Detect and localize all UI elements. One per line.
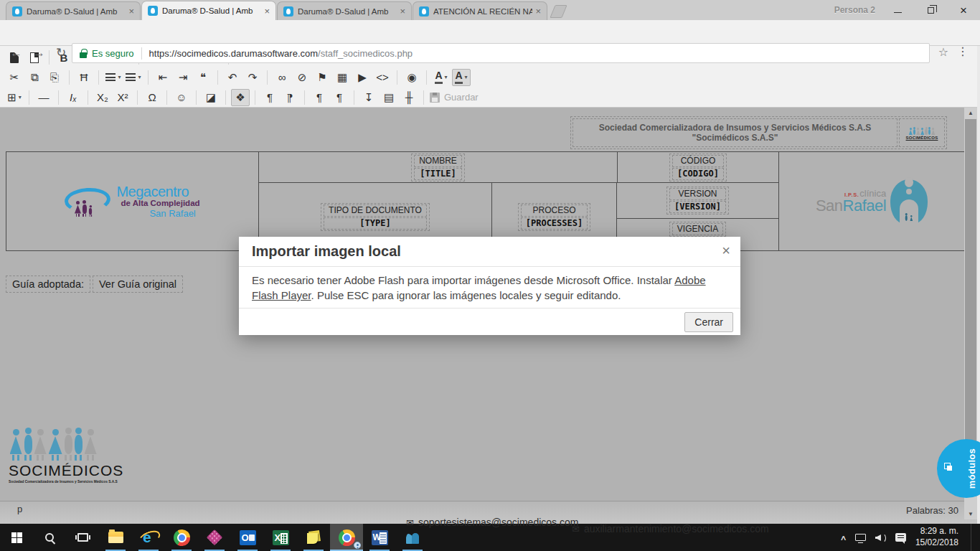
- tipo-documento-field[interactable]: TIPO DE DOCUMENTO [TYPE]: [321, 203, 430, 231]
- proceso-field[interactable]: PROCESO [PROCESSES]: [518, 203, 590, 231]
- nonbreaking-space-button[interactable]: ◪: [202, 89, 220, 106]
- ver-guia-original-link[interactable]: Ver Guía original: [93, 276, 183, 293]
- type-placeholder[interactable]: [TYPE]: [324, 217, 427, 230]
- internet-explorer[interactable]: [132, 524, 165, 551]
- superscript-button[interactable]: X²: [113, 89, 132, 106]
- back-button[interactable]: ←: [10, 47, 22, 59]
- browser-profile-label[interactable]: Persona 2: [834, 5, 875, 15]
- notifications-icon[interactable]: [895, 533, 906, 542]
- megacentro-logo-cell[interactable]: Megacentro de Alta Complejidad San Rafae…: [6, 152, 259, 250]
- numbered-list-button[interactable]: ▾: [124, 69, 143, 86]
- fullscreen-button[interactable]: ❖: [231, 89, 250, 106]
- browser-tab-4[interactable]: ATENCIÓN AL RECIÉN NA×: [413, 1, 547, 20]
- browser-tab-3[interactable]: Daruma® D-Salud | Amb×: [277, 1, 412, 20]
- title-placeholder[interactable]: [TITLE]: [414, 168, 462, 180]
- search-button[interactable]: [33, 524, 66, 551]
- anchor-button[interactable]: ⚑: [313, 69, 331, 86]
- outdent-button[interactable]: ⇤: [154, 69, 172, 86]
- taskbar-clock[interactable]: 8:29 a. m. 15/02/2018: [915, 526, 958, 548]
- show-desktop-button[interactable]: [971, 524, 974, 551]
- bullet-list-button[interactable]: ▾: [104, 69, 123, 86]
- tab-close-icon[interactable]: ×: [535, 6, 541, 16]
- find-replace-button[interactable]: Ħ: [75, 69, 93, 86]
- scroll-down-icon[interactable]: ▼: [964, 509, 977, 519]
- cerrar-button[interactable]: Cerrar: [684, 312, 733, 332]
- chrome[interactable]: [165, 524, 198, 551]
- version-field[interactable]: VERSION [VERSION]: [666, 187, 729, 215]
- sticky-notes[interactable]: [297, 524, 330, 551]
- copy-button[interactable]: ⧉: [25, 69, 44, 86]
- element-path[interactable]: p: [17, 504, 22, 514]
- version-cell[interactable]: VERSION [VERSION]: [617, 183, 778, 219]
- scroll-up-icon[interactable]: ▲: [964, 108, 977, 118]
- ltr-direction-button[interactable]: ¶: [260, 89, 279, 106]
- clear-formatting-button[interactable]: Iₓ: [64, 89, 83, 106]
- email-auxiliarmantenimiento[interactable]: ✉auxiliarmantenimiento@socimedicos.com: [572, 523, 769, 534]
- tab-close-icon[interactable]: ×: [128, 6, 134, 16]
- browser-tab-2[interactable]: Daruma® D-Salud | Amb×: [141, 1, 276, 20]
- excel[interactable]: [264, 524, 297, 551]
- import-word-button[interactable]: ↧: [359, 89, 378, 106]
- vigencia-field[interactable]: VIGENCIA: [669, 222, 726, 237]
- tray-chevron-icon[interactable]: ∧: [839, 534, 847, 542]
- browser-menu-icon[interactable]: ⋮: [957, 46, 969, 57]
- background-color-button[interactable]: A▾: [452, 69, 471, 86]
- horizontal-rule-button[interactable]: —: [34, 89, 53, 106]
- new-tab-button[interactable]: [550, 5, 567, 18]
- socimedicos-small-logo[interactable]: SOCIMÉDICOS: [899, 118, 945, 147]
- secure-label[interactable]: Es seguro: [92, 48, 134, 59]
- close-button[interactable]: ×: [947, 0, 980, 20]
- word[interactable]: [363, 524, 396, 551]
- forward-button[interactable]: →: [33, 47, 45, 59]
- processes-placeholder[interactable]: [PROCESSES]: [521, 217, 588, 230]
- insert-template-button[interactable]: ▤: [380, 89, 398, 106]
- tab-close-icon[interactable]: ×: [400, 6, 405, 16]
- network-icon[interactable]: [855, 534, 866, 541]
- save-button[interactable]: Guardar: [429, 89, 479, 106]
- email-soportesistemas[interactable]: ✉soportesistemas@socimedicos.com: [406, 517, 578, 528]
- blockquote-button[interactable]: ❝: [194, 69, 212, 86]
- subscript-button[interactable]: X₂: [93, 89, 112, 106]
- volume-icon[interactable]: [875, 533, 886, 542]
- insert-media-button[interactable]: ▶: [353, 69, 372, 86]
- company-banner-box[interactable]: Sociedad Comercializadora de Insumos y S…: [570, 116, 947, 149]
- company-banner-text[interactable]: Sociedad Comercializadora de Insumos y S…: [573, 118, 897, 147]
- browser-tab-1[interactable]: Daruma® D-Salud | Amb×: [6, 1, 141, 20]
- url-field[interactable]: Es seguro https://socimedicos.darumasoft…: [72, 43, 930, 63]
- tab-close-icon[interactable]: ×: [264, 6, 270, 16]
- outlook[interactable]: [231, 524, 264, 551]
- codigo-placeholder[interactable]: [CODIGO]: [672, 168, 724, 180]
- nombre-field[interactable]: NOMBRE [TITLE]: [411, 154, 465, 182]
- indent-button[interactable]: ⇥: [174, 69, 192, 86]
- paste-button[interactable]: ⎘: [45, 69, 64, 86]
- insert-image-button[interactable]: ▦: [333, 69, 352, 86]
- sanrafael-logo-cell[interactable]: I.P.S.clínica SanRafael: [779, 152, 964, 250]
- file-explorer[interactable]: [99, 524, 132, 551]
- start-button[interactable]: [0, 524, 33, 551]
- version-placeholder[interactable]: [VERSION]: [669, 201, 726, 213]
- remove-link-button[interactable]: ⊘: [293, 69, 311, 86]
- task-view-button[interactable]: [66, 524, 99, 551]
- reload-button[interactable]: ↻: [56, 47, 66, 59]
- codigo-field[interactable]: CÓDIGO [CODIGO]: [669, 154, 727, 182]
- chrome-profile[interactable]: [330, 524, 363, 551]
- preview-button[interactable]: ◉: [402, 69, 421, 86]
- daruma-app[interactable]: [198, 524, 231, 551]
- codigo-cell[interactable]: CÓDIGO [CODIGO]: [618, 152, 778, 182]
- undo-button[interactable]: ↶: [223, 69, 242, 86]
- modal-close-icon[interactable]: ×: [722, 242, 730, 259]
- restore-button[interactable]: [914, 0, 947, 20]
- source-code-button[interactable]: <>: [373, 69, 392, 86]
- cut-button[interactable]: ✂: [5, 69, 24, 86]
- page-break-button[interactable]: ╫: [400, 89, 418, 106]
- table-button[interactable]: ⊞▾: [5, 89, 24, 106]
- minimize-button[interactable]: [881, 0, 914, 20]
- rtl-direction-button[interactable]: ¶: [281, 89, 299, 106]
- emoticons-button[interactable]: ☺: [172, 89, 191, 106]
- insert-link-button[interactable]: ∞: [273, 69, 291, 86]
- nombre-cell[interactable]: NOMBRE [TITLE]: [259, 152, 618, 182]
- text-color-button[interactable]: A▾: [432, 69, 451, 86]
- bookmark-star-icon[interactable]: ☆: [938, 47, 948, 58]
- redo-button[interactable]: ↷: [243, 69, 262, 86]
- special-character-button[interactable]: Ω: [143, 89, 161, 106]
